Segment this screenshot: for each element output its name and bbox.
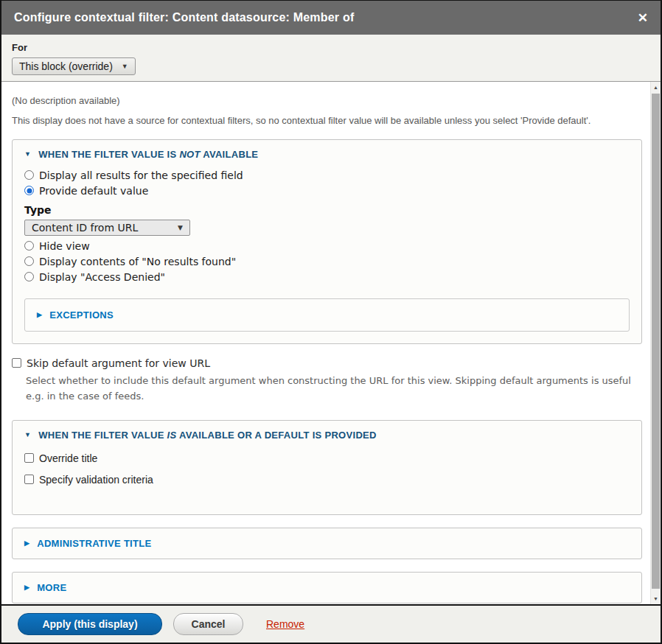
display-note-text: This display does not have a source for … [12, 114, 642, 128]
radio-option-hide-view[interactable]: Hide view [24, 240, 630, 252]
radio-option-provide-default[interactable]: Provide default value [24, 185, 630, 197]
radio-no-results[interactable] [24, 256, 34, 266]
collapse-icon: ▼ [24, 432, 31, 438]
radio-option-no-results[interactable]: Display contents of "No results found" [24, 256, 630, 267]
default-action-options: Display all results for the specified fi… [24, 169, 630, 283]
fieldset-not-available-header[interactable]: ▼ WHEN THE FILTER VALUE IS NOT AVAILABLE [24, 149, 630, 160]
radio-provide-default[interactable] [24, 186, 34, 195]
chevron-down-icon: ▼ [178, 224, 183, 231]
radio-display-all[interactable] [24, 170, 34, 180]
specify-validation-label[interactable]: Specify validation criteria [39, 474, 153, 486]
no-description-text: (No description available) [12, 94, 642, 108]
fieldset-filter-not-available: ▼ WHEN THE FILTER VALUE IS NOT AVAILABLE… [12, 139, 642, 344]
chevron-down-icon: ▼ [122, 63, 128, 70]
radio-option-display-all[interactable]: Display all results for the specified fi… [24, 169, 630, 181]
specify-validation-checkbox[interactable] [24, 475, 34, 484]
fieldset-more-label: MORE [37, 582, 66, 593]
override-title-label[interactable]: Override title [39, 452, 97, 464]
dialog-content: (No description available) This display … [1, 82, 661, 604]
radio-label[interactable]: Display contents of "No results found" [39, 256, 236, 267]
content-scrollbar[interactable]: ▲ ▼ [650, 82, 661, 604]
specify-validation-row[interactable]: Specify validation criteria [24, 474, 630, 486]
for-display-select[interactable]: This block (override) ▼ [12, 57, 136, 75]
fieldset-more: ▶ MORE [12, 572, 642, 603]
apply-button[interactable]: Apply (this display) [18, 613, 162, 635]
fieldset-exceptions-header[interactable]: ▶ EXCEPTIONS [37, 309, 617, 321]
radio-label[interactable]: Display "Access Denied" [39, 271, 165, 283]
fieldset-administrative-title-header[interactable]: ▶ ADMINISTRATIVE TITLE [24, 538, 630, 549]
collapse-icon: ▼ [24, 151, 31, 158]
for-section: For This block (override) ▼ [1, 35, 661, 82]
dialog-footer: Apply (this display) Cancel Remove [1, 604, 661, 643]
skip-default-argument-description: Select whether to include this default a… [26, 373, 636, 405]
radio-hide-view[interactable] [24, 241, 34, 251]
fieldset-exceptions: ▶ EXCEPTIONS [24, 298, 630, 332]
fieldset-administrative-title: ▶ ADMINISTRATIVE TITLE [12, 528, 642, 559]
close-icon[interactable]: ✕ [638, 12, 648, 24]
fieldset-administrative-title-label: ADMINISTRATIVE TITLE [37, 538, 151, 549]
default-type-select[interactable]: Content ID from URL ▼ [24, 220, 190, 236]
available-options: Override title Specify validation criter… [24, 452, 630, 486]
for-select-value: This block (override) [19, 60, 113, 72]
skip-default-argument-label[interactable]: Skip default argument for view URL [27, 357, 210, 369]
fieldset-not-available-title: WHEN THE FILTER VALUE IS NOT AVAILABLE [38, 149, 258, 160]
type-label: Type [24, 204, 630, 216]
skip-default-argument-row[interactable]: Skip default argument for view URL [12, 357, 642, 369]
skip-default-argument-checkbox[interactable] [12, 358, 21, 368]
cancel-button[interactable]: Cancel [173, 613, 243, 635]
configure-contextual-filter-dialog: Configure contextual filter: Content dat… [0, 0, 662, 644]
fieldset-more-header[interactable]: ▶ MORE [24, 582, 630, 593]
expand-icon: ▶ [37, 312, 42, 318]
dialog-title: Configure contextual filter: Content dat… [14, 11, 354, 24]
dialog-titlebar: Configure contextual filter: Content dat… [1, 1, 661, 35]
scroll-down-icon[interactable]: ▼ [651, 593, 661, 604]
for-label: For [12, 42, 650, 53]
radio-label[interactable]: Hide view [39, 240, 90, 252]
override-title-row[interactable]: Override title [24, 452, 630, 464]
override-title-checkbox[interactable] [24, 453, 34, 463]
radio-label[interactable]: Display all results for the specified fi… [39, 169, 243, 181]
fieldset-available-header[interactable]: ▼ WHEN THE FILTER VALUE IS AVAILABLE OR … [24, 430, 630, 441]
remove-link[interactable]: Remove [266, 618, 304, 630]
scrollbar-thumb[interactable] [652, 94, 660, 589]
radio-option-access-denied[interactable]: Display "Access Denied" [24, 271, 630, 283]
expand-icon: ▶ [24, 584, 29, 591]
scroll-up-icon[interactable]: ▲ [651, 82, 661, 93]
fieldset-filter-available: ▼ WHEN THE FILTER VALUE IS AVAILABLE OR … [12, 420, 642, 515]
radio-access-denied[interactable] [24, 272, 34, 281]
fieldset-exceptions-title: EXCEPTIONS [49, 309, 114, 321]
fieldset-available-title: WHEN THE FILTER VALUE IS AVAILABLE OR A … [38, 430, 377, 441]
expand-icon: ▶ [24, 540, 29, 547]
type-select-value: Content ID from URL [32, 222, 138, 234]
radio-label[interactable]: Provide default value [39, 185, 148, 197]
